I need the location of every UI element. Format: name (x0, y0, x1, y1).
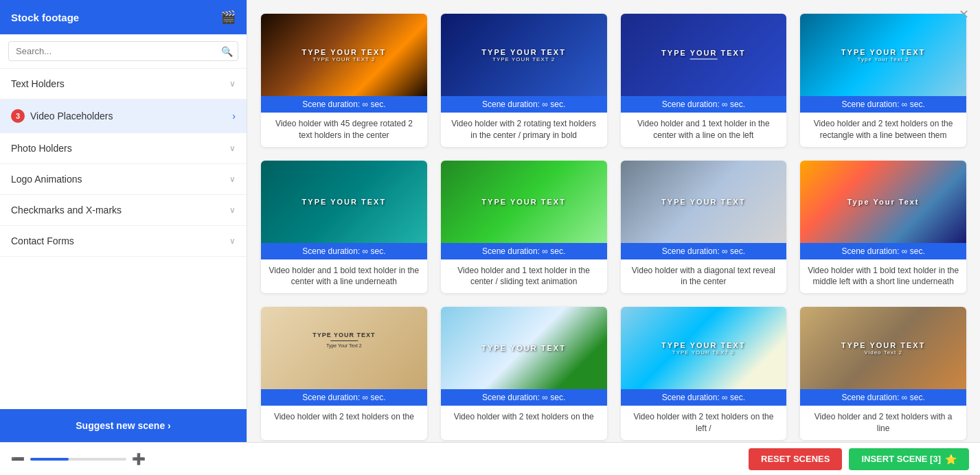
card-description-3: Video holder and 1 text holder in the ce… (621, 113, 787, 147)
nav-item-left: Contact Forms (11, 235, 74, 246)
card-thumbnail-7: TYPE YOUR TEXT (621, 161, 787, 243)
nav-item-left: 3Video Placeholders (11, 109, 113, 123)
search-input[interactable] (8, 41, 238, 61)
card-4[interactable]: TYPE YOUR TEXT Type Your Text 2 Scene du… (800, 14, 966, 147)
nav-item-label: Checkmarks and X-marks (11, 205, 122, 216)
sidebar-item-checkmarks[interactable]: Checkmarks and X-marks∨ (0, 195, 247, 226)
nav-item-label: Logo Animations (11, 174, 82, 185)
zoom-in-icon[interactable]: ➕ (132, 452, 146, 465)
card-5[interactable]: TYPE YOUR TEXT Scene duration: ∞ sec. Vi… (261, 161, 427, 294)
search-icon: 🔍 (221, 46, 233, 57)
nav-item-label: Video Placeholders (30, 111, 113, 121)
card-description-5: Video holder and 1 bold text holder in t… (261, 259, 427, 294)
card-duration-8: Scene duration: ∞ sec. (800, 243, 966, 259)
nav-item-left: Photo Holders (11, 143, 72, 154)
reset-scenes-button[interactable]: RESET SCENES (749, 448, 842, 470)
card-3[interactable]: TYPE YOUR TEXT Scene duration: ∞ sec. Vi… (621, 14, 787, 147)
card-thumbnail-12: TYPE YOUR TEXT Video Text 2 (800, 307, 966, 389)
sidebar-header: Stock footage 🎬 (0, 0, 247, 34)
card-9[interactable]: TYPE YOUR TEXT Type Your Text 2 Scene du… (261, 307, 427, 440)
card-description-11: Video holder with 2 text holders on the … (621, 406, 787, 440)
card-11[interactable]: TYPE YOUR TEXT TYPE YOUR TEXT 2 Scene du… (621, 307, 787, 440)
card-thumbnail-5: TYPE YOUR TEXT (261, 161, 427, 243)
chevron-down-icon: ∨ (229, 143, 236, 153)
bottom-right-actions: RESET SCENES INSERT SCENE [3] ⭐ (749, 448, 969, 470)
sidebar-search-area: 🔍 (0, 34, 247, 69)
card-thumbnail-11: TYPE YOUR TEXT TYPE YOUR TEXT 2 (621, 307, 787, 389)
nav-badge: 3 (11, 109, 25, 123)
card-description-4: Video holder and 2 text holders on the r… (800, 113, 966, 147)
card-description-8: Video holder with 1 bold text holder in … (800, 259, 966, 294)
chevron-down-icon: ∨ (229, 79, 236, 89)
bottom-left: ➖ ➕ (11, 452, 258, 465)
card-description-7: Video holder with a diagonal text reveal… (621, 259, 787, 294)
card-10[interactable]: TYPE YOUR TEXT Scene duration: ∞ sec. Vi… (441, 307, 607, 440)
card-description-12: Video holder and 2 text holders with a l… (800, 406, 966, 440)
card-description-6: Video holder and 1 text holder in the ce… (441, 259, 607, 294)
card-thumbnail-1: TYPE YOUR TEXT TYPE YOUR TEXT 2 (261, 14, 427, 96)
card-description-9: Video holder with 2 text holders on the (261, 406, 427, 428)
card-duration-10: Scene duration: ∞ sec. (441, 389, 607, 406)
card-duration-11: Scene duration: ∞ sec. (621, 389, 787, 406)
bottom-bar: ➖ ➕ RESET SCENES INSERT SCENE [3] ⭐ (0, 442, 980, 475)
card-duration-9: Scene duration: ∞ sec. (261, 389, 427, 406)
sidebar-item-photo-holders[interactable]: Photo Holders∨ (0, 133, 247, 164)
sidebar-item-video-placeholders[interactable]: 3Video Placeholders› (0, 100, 247, 133)
card-duration-2: Scene duration: ∞ sec. (441, 96, 607, 113)
card-thumbnail-6: TYPE YOUR TEXT (441, 161, 607, 243)
zoom-slider-wrap: ➖ ➕ (11, 452, 146, 465)
card-6[interactable]: TYPE YOUR TEXT Scene duration: ∞ sec. Vi… (441, 161, 607, 294)
insert-scene-button[interactable]: INSERT SCENE [3] ⭐ (849, 448, 969, 470)
card-thumbnail-8: Type Your Text (800, 161, 966, 243)
nav-item-left: Checkmarks and X-marks (11, 205, 122, 216)
sidebar: Stock footage 🎬 🔍 Text Holders∨3Video Pl… (0, 0, 247, 442)
card-1[interactable]: TYPE YOUR TEXT TYPE YOUR TEXT 2 Scene du… (261, 14, 427, 147)
card-thumbnail-2: TYPE YOUR TEXT TYPE YOUR TEXT 2 (441, 14, 607, 96)
card-duration-4: Scene duration: ∞ sec. (800, 96, 966, 113)
card-duration-12: Scene duration: ∞ sec. (800, 389, 966, 406)
card-8[interactable]: Type Your Text Scene duration: ∞ sec. Vi… (800, 161, 966, 294)
card-description-10: Video holder with 2 text holders on the (441, 406, 607, 428)
card-duration-7: Scene duration: ∞ sec. (621, 243, 787, 259)
chevron-down-icon: ∨ (229, 236, 236, 246)
card-thumbnail-3: TYPE YOUR TEXT (621, 14, 787, 96)
sidebar-item-logo-animations[interactable]: Logo Animations∨ (0, 164, 247, 195)
suggest-new-scene-button[interactable]: Suggest new scene › (0, 409, 247, 442)
nav-items: Text Holders∨3Video Placeholders›Photo H… (0, 69, 247, 409)
card-description-1: Video holder with 45 degree rotated 2 te… (261, 113, 427, 147)
nav-item-left: Logo Animations (11, 174, 82, 185)
card-duration-6: Scene duration: ∞ sec. (441, 243, 607, 259)
nav-item-label: Contact Forms (11, 235, 74, 246)
sidebar-title: Stock footage (11, 12, 79, 23)
card-12[interactable]: TYPE YOUR TEXT Video Text 2 Scene durati… (800, 307, 966, 440)
star-icon: ⭐ (945, 454, 957, 465)
chevron-right-icon: › (232, 111, 236, 121)
card-duration-1: Scene duration: ∞ sec. (261, 96, 427, 113)
sidebar-item-text-holders[interactable]: Text Holders∨ (0, 69, 247, 100)
chevron-down-icon: ∨ (229, 174, 236, 184)
card-duration-3: Scene duration: ∞ sec. (621, 96, 787, 113)
cards-grid: TYPE YOUR TEXT TYPE YOUR TEXT 2 Scene du… (261, 14, 966, 440)
content-area: ✕ TYPE YOUR TEXT TYPE YOUR TEXT 2 Scene … (247, 0, 980, 442)
card-thumbnail-10: TYPE YOUR TEXT (441, 307, 607, 389)
card-duration-5: Scene duration: ∞ sec. (261, 243, 427, 259)
sidebar-item-contact-forms[interactable]: Contact Forms∨ (0, 226, 247, 257)
chevron-down-icon: ∨ (229, 205, 236, 215)
card-7[interactable]: TYPE YOUR TEXT Scene duration: ∞ sec. Vi… (621, 161, 787, 294)
zoom-slider[interactable] (30, 458, 126, 461)
card-description-2: Video holder with 2 rotating text holder… (441, 113, 607, 147)
zoom-out-icon[interactable]: ➖ (11, 452, 25, 465)
nav-item-label: Photo Holders (11, 143, 72, 154)
nav-item-label: Text Holders (11, 78, 65, 89)
card-thumbnail-9: TYPE YOUR TEXT Type Your Text 2 (261, 307, 427, 389)
card-2[interactable]: TYPE YOUR TEXT TYPE YOUR TEXT 2 Scene du… (441, 14, 607, 147)
card-thumbnail-4: TYPE YOUR TEXT Type Your Text 2 (800, 14, 966, 96)
nav-item-left: Text Holders (11, 78, 65, 89)
video-camera-icon: 🎬 (220, 10, 236, 25)
